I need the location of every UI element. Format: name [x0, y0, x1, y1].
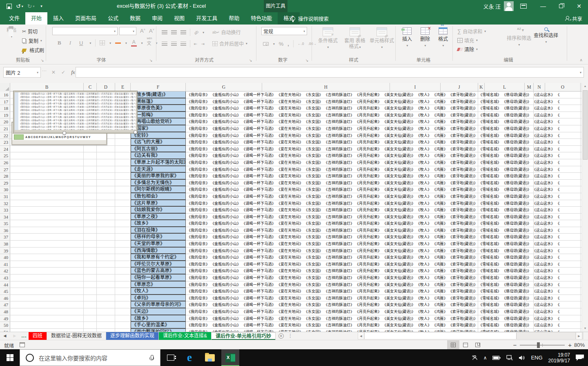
sort-filter-button[interactable]: AZ 排序和筛选▾ — [506, 27, 532, 48]
tell-me-search[interactable]: 操作说明搜索 — [291, 12, 329, 25]
cell-F45[interactable]: 《牧人》 — [131, 288, 186, 295]
row-header-44[interactable]: 44 — [0, 281, 10, 288]
number-dialog-launcher[interactable]: ↘ — [305, 58, 309, 62]
cells-row-43[interactable]: 《我的母亲》 《金瓶似的小山》 《请喝一杯下马酒》 《爱在天地间》 《东女国》 … — [187, 274, 581, 281]
ribbon-tab-插入[interactable]: 插入 — [47, 12, 69, 25]
fill-color-button[interactable] — [115, 42, 121, 44]
row-header-40[interactable]: 40 — [0, 254, 10, 261]
sheet-tab-overflow[interactable]: ... — [20, 332, 29, 340]
row-header-23[interactable]: 23 — [0, 139, 10, 145]
autosum-button[interactable]: ∑自动求和▾ — [457, 28, 486, 35]
battery-icon[interactable] — [492, 355, 501, 360]
align-center-icon[interactable] — [171, 42, 177, 46]
zoom-out-icon[interactable]: − — [513, 341, 517, 348]
increase-font-size-icon[interactable]: A˄ — [138, 28, 147, 34]
cell-styles-button[interactable]: 单元格样式▾ — [369, 27, 394, 50]
cell-F21[interactable]: 《国家》 — [131, 125, 186, 132]
cell-F41[interactable]: 《呼伦贝尔大草原》 — [131, 261, 186, 268]
formula-bar-splitter[interactable]: ⋮ — [43, 69, 46, 74]
cell-F39[interactable]: 《西海情歌》 — [131, 247, 186, 254]
cells-row-30[interactable]: 《我的母亲》 《金瓶似的小山》 《请喝一杯下马酒》 《爱在天地间》 《东女国》 … — [187, 186, 581, 193]
formula-input[interactable] — [76, 67, 584, 78]
selected-picture[interactable]: 《我的母亲》《金瓶似的小山》《请喝一杯下马酒》《爱在天地间》《东女国》《吉祥的酥… — [13, 91, 137, 133]
restore-button[interactable] — [552, 0, 570, 12]
column-header-D[interactable]: D — [97, 83, 115, 92]
format-cells-button[interactable]: 格式▾ — [434, 27, 452, 49]
column-header-F[interactable]: F — [131, 83, 186, 92]
picture-resize-handle-bottom[interactable] — [62, 131, 66, 135]
find-select-button[interactable]: 查找和选择▾ — [532, 27, 559, 45]
cell-F37[interactable]: 《慈祥的母亲》 — [131, 233, 186, 240]
zoom-slider-thumb[interactable] — [537, 342, 540, 348]
column-header-H[interactable]: H — [262, 83, 390, 92]
row-header-28[interactable]: 28 — [0, 173, 10, 179]
column-header-C[interactable]: C — [84, 83, 97, 92]
cells-row-27[interactable]: 《我的母亲》 《金瓶似的小山》 《请喝一杯下马酒》 《爱在天地间》 《东女国》 … — [187, 166, 581, 173]
row-header-38[interactable]: 38 — [0, 241, 10, 247]
save-button[interactable] — [7, 4, 12, 9]
row-header-35[interactable]: 35 — [0, 220, 10, 227]
scroll-up-icon[interactable]: ▲ — [582, 83, 588, 89]
row-header-30[interactable]: 30 — [0, 186, 10, 193]
row-header-45[interactable]: 45 — [0, 288, 10, 295]
sheet-tab-课后作业-单元格引用巧妙[interactable]: 课后作业-单元格引用巧妙 — [212, 332, 276, 340]
sheet-tab-逐步理解函数的实现[interactable]: 逐步理解函数的实现 — [106, 332, 159, 340]
zoom-in-icon[interactable]: + — [568, 341, 572, 348]
increase-decimal-icon[interactable]: ←.0 — [298, 42, 304, 46]
align-middle-icon[interactable] — [171, 30, 177, 34]
ribbon-tab-开始[interactable]: 开始 — [25, 12, 47, 25]
row-header-16[interactable]: 16 — [0, 92, 10, 98]
taskbar-search[interactable]: 在这里输入你要搜索的内容 — [20, 349, 160, 366]
column-header-O[interactable]: O — [545, 83, 581, 92]
row-header-21[interactable]: 21 — [0, 125, 10, 132]
user-name[interactable]: 义永 汪 — [483, 2, 501, 10]
percent-style-icon[interactable]: % — [279, 41, 284, 47]
row-header-29[interactable]: 29 — [0, 180, 10, 186]
cells-row-20[interactable]: 《我的母亲》 《金瓶似的小山》 《请喝一杯下马酒》 《爱在天地间》 《东女国》 … — [187, 118, 581, 125]
orientation-icon[interactable]: ab — [193, 29, 200, 36]
cell-F35[interactable]: 《故乡》 — [131, 220, 186, 227]
normal-view-button[interactable] — [447, 340, 459, 350]
clear-button[interactable]: 清除▾ — [457, 46, 486, 53]
cells-row-21[interactable]: 《我的母亲》 《金瓶似的小山》 《请喝一杯下马酒》 《爱在天地间》 《东女国》 … — [187, 125, 581, 132]
cell-F26[interactable]: 《草原上升起不落的太阳》 — [131, 159, 186, 166]
horizontal-scroll-thumb[interactable] — [365, 333, 517, 339]
row-header-31[interactable]: 31 — [0, 193, 10, 200]
formula-bar-expand-icon[interactable]: ▾ — [580, 71, 581, 74]
cell-F33[interactable]: 《姑娘我爱你》 — [131, 206, 186, 213]
ribbon-tab-开发工具[interactable]: 开发工具 — [190, 12, 223, 25]
cells-row-35[interactable]: 《我的母亲》 《金瓶似的小山》 《请喝一杯下马酒》 《爱在天地间》 《东女国》 … — [187, 220, 581, 227]
cells-row-28[interactable]: 《我的母亲》 《金瓶似的小山》 《请喝一杯下马酒》 《爱在天地间》 《东女国》 … — [187, 173, 581, 180]
undo-dropdown-icon[interactable]: ▾ — [22, 4, 23, 8]
cell-F28[interactable]: 《美丽的草原我的家》 — [131, 172, 186, 179]
italic-button[interactable]: I — [67, 40, 73, 46]
alignment-dialog-launcher[interactable]: ↘ — [249, 58, 252, 62]
speaker-icon[interactable] — [519, 355, 525, 361]
file-explorer-button[interactable] — [201, 349, 219, 366]
ribbon-tab-视图[interactable]: 视图 — [168, 12, 190, 25]
cells-row-24[interactable]: 《我的母亲》 《金瓶似的小山》 《请喝一杯下马酒》 《爱在天地间》 《东女国》 … — [187, 146, 581, 153]
cell-F16[interactable]: 《故乡情(藏语)》 — [131, 92, 186, 98]
task-view-button[interactable] — [162, 349, 180, 366]
sheet-tab-数据验证-圈释无效数据[interactable]: 数据验证-圈释无效数据 — [47, 332, 106, 340]
cell-F17[interactable]: 《黑帐篷》 — [131, 98, 186, 105]
cells-row-42[interactable]: 《我的母亲》 《金瓶似的小山》 《请喝一杯下马酒》 《爱在天地间》 《东女国》 … — [187, 268, 581, 274]
cell-F46[interactable]: 《卓玛》 — [131, 295, 186, 301]
cell-F32[interactable]: 《这片草原》 — [131, 200, 186, 207]
cell-F51[interactable]: 《雨中飘荡的回忆》 — [131, 328, 186, 332]
wrap-text-button[interactable]: ab↵自动换行 — [212, 29, 241, 36]
cells-row-26[interactable]: 《我的母亲》 《金瓶似的小山》 《请喝一杯下马酒》 《爱在天地间》 《东女国》 … — [187, 159, 581, 166]
cells-row-45[interactable]: 《我的母亲》 《金瓶似的小山》 《请喝一杯下马酒》 《爱在天地间》 《东女国》 … — [187, 288, 581, 295]
cells-row-34[interactable]: 《我的母亲》 《金瓶似的小山》 《请喝一杯下马酒》 《爱在天地间》 《东女国》 … — [187, 214, 581, 221]
people-icon[interactable] — [471, 355, 478, 361]
ribbon-tab-公式[interactable]: 公式 — [102, 12, 124, 25]
underline-button[interactable]: U — [77, 40, 85, 46]
redo-dropdown-icon[interactable]: ▾ — [33, 4, 34, 8]
cells-row-38[interactable]: 《我的母亲》 《金瓶似的小山》 《请喝一杯下马酒》 《爱在天地间》 《东女国》 … — [187, 241, 581, 248]
ribbon-tab-文件[interactable]: 文件 — [3, 12, 25, 25]
cell-F24[interactable]: 《阿瓦古丽》 — [131, 145, 186, 152]
cells-row-32[interactable]: 《我的母亲》 《金瓶似的小山》 《请喝一杯下马酒》 《爱在天地间》 《东女国》 … — [187, 200, 581, 207]
cells-row-29[interactable]: 《我的母亲》 《金瓶似的小山》 《请喝一杯下马酒》 《爱在天地间》 《东女国》 … — [187, 180, 581, 187]
cells-row-25[interactable]: 《我的母亲》 《金瓶似的小山》 《请喝一杯下马酒》 《爱在天地间》 《东女国》 … — [187, 152, 581, 159]
cell-F30[interactable]: 《阿尔斯楞的眼睛》 — [131, 186, 186, 193]
